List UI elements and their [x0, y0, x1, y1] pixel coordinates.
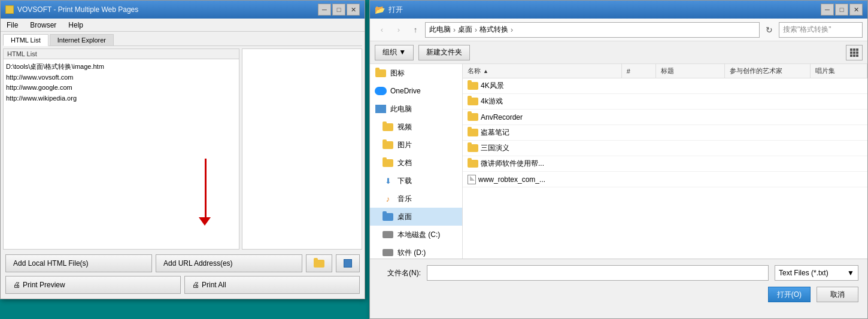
nav-item-download[interactable]: ⬇ 下载 — [370, 172, 462, 190]
open-button[interactable]: 打开(O) — [768, 287, 811, 302]
refresh-button[interactable]: ↻ — [762, 23, 776, 37]
print-all-icon: 🖨 — [192, 281, 199, 289]
nav-item-desktop[interactable]: 桌面 — [370, 208, 462, 226]
nav-item-label: 图标 — [390, 68, 405, 78]
filetype-label: Text Files (*.txt) — [779, 269, 828, 277]
file-cell-artist — [725, 125, 811, 140]
file-row-www-robtex[interactable]: www_robtex_com_... — [463, 172, 867, 187]
col-header-artist[interactable]: 参与创作的艺术家 — [725, 64, 811, 78]
html-list-label: HTML List — [4, 49, 239, 59]
nav-item-tubiaoFolder[interactable]: 图标 — [370, 64, 462, 82]
dialog-maximize-button[interactable]: □ — [835, 4, 848, 16]
breadcrumb-sep-3: › — [511, 26, 513, 34]
file-row-sanguoyanyi[interactable]: 三国演义 — [463, 141, 867, 156]
search-bar[interactable]: 搜索"格式转换" — [779, 22, 863, 38]
file-row-weijiangshi[interactable]: 微讲师软件使用帮... — [463, 156, 867, 172]
file-row-4kgame[interactable]: 4k游戏 — [463, 94, 867, 110]
col-header-hash[interactable]: # — [622, 64, 657, 78]
onedrive-icon — [375, 86, 387, 96]
file-cell-artist — [725, 141, 811, 156]
up-button[interactable]: ↑ — [408, 23, 423, 37]
print-all-button[interactable]: 🖨 Print All — [184, 276, 360, 294]
filetype-dropdown[interactable]: Text Files (*.txt) ▼ — [775, 265, 858, 281]
organize-button[interactable]: 组织 ▼ — [375, 45, 414, 60]
back-button[interactable]: ‹ — [375, 23, 389, 37]
nav-item-label: 文档 — [397, 158, 412, 168]
breadcrumb-sep-2: › — [475, 26, 477, 34]
col-header-name[interactable]: 名称 ▲ — [463, 64, 622, 78]
col-title-label: 标题 — [661, 66, 674, 75]
file-row-daomubiji[interactable]: 盗墓笔记 — [463, 125, 867, 141]
tab-internet-explorer[interactable]: Internet Explorer — [50, 34, 114, 45]
forward-button[interactable]: › — [391, 23, 406, 37]
dropdown-arrow: ▼ — [847, 269, 854, 277]
print-preview-button[interactable]: 🖨 Print Preview — [5, 276, 181, 294]
folder-icon — [468, 113, 478, 121]
bottom-buttons: Add Local HTML File(s) Add URL Address(e… — [3, 250, 362, 296]
nav-item-label: 图片 — [397, 140, 412, 150]
nav-item-label: 此电脑 — [390, 104, 412, 114]
save-icon — [344, 259, 352, 268]
file-cell-name: 4K风景 — [463, 78, 622, 93]
footer-row-filename: 文件名(N): Text Files (*.txt) ▼ — [379, 265, 858, 281]
minimize-button[interactable]: ─ — [318, 4, 331, 16]
view-toggle-button[interactable] — [846, 45, 863, 60]
file-cell-album — [811, 156, 867, 171]
vovsoft-window: VOVSOFT - Print Multiple Web Pages ─ □ ✕… — [0, 0, 365, 299]
nav-item-label: 视频 — [397, 122, 412, 132]
folder-icon — [382, 122, 394, 132]
print-all-label: Print All — [202, 281, 226, 289]
open-button-label: 打开(O) — [777, 290, 802, 300]
breadcrumb-folder: 格式转换 — [479, 25, 508, 35]
tab-html-list[interactable]: HTML List — [3, 34, 48, 46]
print-preview-icon: 🖨 — [13, 281, 20, 289]
col-header-title[interactable]: 标题 — [656, 64, 724, 78]
file-cell-title — [656, 156, 724, 171]
download-icon: ⬇ — [382, 176, 394, 186]
file-cell-title — [656, 125, 724, 140]
nav-item-label: 下载 — [397, 176, 412, 186]
folder-icon — [468, 160, 478, 168]
nav-item-onedrive[interactable]: OneDrive — [370, 82, 462, 100]
dialog-action-bar: 组织 ▼ 新建文件夹 — [370, 41, 867, 64]
add-local-button[interactable]: Add Local HTML File(s) — [5, 254, 152, 272]
menu-file[interactable]: File — [1, 19, 24, 31]
view-icon — [850, 48, 858, 57]
new-folder-label: 新建文件夹 — [426, 47, 462, 57]
arrow-head — [199, 217, 211, 226]
menu-help[interactable]: Help — [62, 19, 89, 31]
cancel-button[interactable]: 取消 — [817, 287, 858, 302]
nav-item-video[interactable]: 视频 — [370, 118, 462, 136]
nav-item-drive-c[interactable]: 本地磁盘 (C:) — [370, 226, 462, 244]
drive-d-icon — [382, 248, 394, 257]
col-header-album[interactable]: 唱片集 — [811, 64, 867, 78]
breadcrumb-sep-1: › — [453, 26, 456, 34]
add-url-button[interactable]: Add URL Address(es) — [156, 254, 302, 272]
file-cell-title — [656, 172, 724, 187]
folder-open-button[interactable] — [306, 254, 332, 272]
dialog-minimize-button[interactable]: ─ — [821, 4, 834, 16]
dialog-footer: 文件名(N): Text Files (*.txt) ▼ 打开(O) 取消 — [370, 259, 867, 318]
dialog-close-button[interactable]: ✕ — [849, 4, 863, 16]
arrow-line — [205, 159, 207, 218]
dialog-title-bar: 📂 打开 ─ □ ✕ — [370, 1, 867, 19]
nav-item-docs[interactable]: 文档 — [370, 154, 462, 172]
close-button[interactable]: ✕ — [347, 4, 360, 16]
file-row-4kfengjing[interactable]: 4K风景 — [463, 78, 867, 94]
maximize-button[interactable]: □ — [332, 4, 345, 16]
file-cell-artist — [725, 156, 811, 171]
new-folder-button[interactable]: 新建文件夹 — [418, 45, 470, 60]
col-album-label: 唱片集 — [815, 66, 835, 75]
save-button[interactable] — [336, 254, 360, 272]
file-row-anvrecorder[interactable]: AnvRecorder — [463, 110, 867, 125]
folder-icon — [468, 129, 478, 136]
file-name: 4K风景 — [481, 81, 504, 91]
file-list-header: 名称 ▲ # 标题 参与创作的艺术家 唱片集 — [463, 64, 867, 78]
filename-input[interactable] — [427, 265, 769, 281]
nav-item-computer[interactable]: 此电脑 — [370, 100, 462, 118]
menu-browser[interactable]: Browser — [24, 19, 62, 31]
breadcrumb-bar[interactable]: 此电脑 › 桌面 › 格式转换 › — [425, 22, 760, 38]
file-cell-title — [656, 141, 724, 156]
nav-item-image[interactable]: 图片 — [370, 136, 462, 154]
nav-item-music[interactable]: ♪ 音乐 — [370, 190, 462, 208]
